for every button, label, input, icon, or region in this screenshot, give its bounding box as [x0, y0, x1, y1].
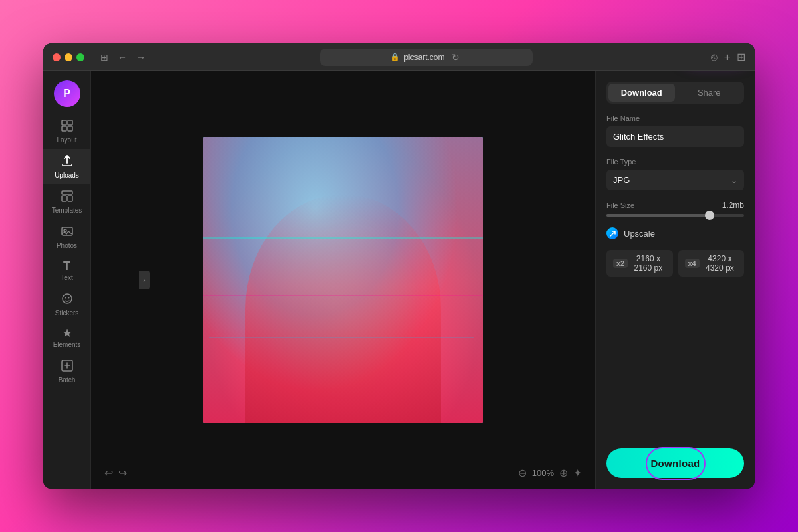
file-name-input[interactable]: [606, 126, 744, 147]
panel-tabs: Download Share: [606, 82, 744, 104]
svg-rect-3: [68, 126, 72, 131]
canvas-area: › ↩ ↪: [91, 71, 595, 489]
right-panel: ⬇ Export Download Share File Name File T…: [595, 71, 755, 489]
slider-thumb[interactable]: [705, 211, 714, 220]
file-size-value: 1.2mb: [722, 201, 744, 210]
zoom-out-button[interactable]: ⊖: [518, 467, 527, 479]
back-button[interactable]: ←: [115, 51, 130, 64]
svg-rect-5: [62, 196, 66, 201]
browser-controls: ⊞ ← →: [98, 51, 148, 64]
minimize-button[interactable]: [65, 53, 72, 61]
sidebar-item-text[interactable]: T Text: [43, 255, 90, 287]
batch-icon: [61, 359, 74, 374]
lock-icon: 🔒: [390, 53, 400, 61]
browser-chrome: ⊞ ← → 🔒 picsart.com ↻ ⎋ + ⊞: [43, 43, 755, 71]
sidebar-item-elements[interactable]: ★ Elements: [43, 322, 90, 354]
svg-rect-0: [62, 120, 66, 125]
person-silhouette: [245, 194, 441, 423]
tab-download[interactable]: Download: [608, 84, 675, 102]
url-text: picsart.com: [404, 53, 444, 62]
sidebar-item-stickers[interactable]: Stickers: [43, 287, 90, 322]
slider-fill: [606, 214, 710, 217]
sidebar-item-photos[interactable]: Photos: [43, 219, 90, 255]
sidebar-toggle-button[interactable]: ⊞: [98, 51, 111, 64]
svg-rect-6: [68, 196, 72, 201]
browser-window: ⊞ ← → 🔒 picsart.com ↻ ⎋ + ⊞ P: [43, 43, 755, 489]
upscale-x2-button[interactable]: x2 2160 x 2160 px: [606, 250, 673, 277]
layout-label: Layout: [57, 136, 76, 144]
svg-point-8: [64, 229, 66, 232]
logo-button[interactable]: P: [54, 80, 80, 107]
magic-wand-button[interactable]: ✦: [573, 467, 582, 479]
forward-button[interactable]: →: [134, 51, 148, 64]
tab-share[interactable]: Share: [676, 84, 743, 102]
grid-button[interactable]: ⊞: [737, 51, 745, 63]
svg-rect-7: [62, 227, 72, 235]
app-layout: P Layout: [43, 71, 755, 489]
history-buttons: ↩ ↪: [104, 467, 127, 479]
canvas-bottom-bar: ↩ ↪ ⊖ 100% ⊕ ✦: [91, 467, 595, 479]
sidebar-item-layout[interactable]: Layout: [43, 114, 90, 149]
layout-icon: [61, 119, 74, 134]
photos-icon: [61, 225, 74, 240]
zoom-controls: ⊖ 100% ⊕ ✦: [518, 467, 582, 479]
svg-point-11: [68, 297, 69, 299]
file-name-group: File Name: [606, 114, 744, 147]
zoom-level: 100%: [532, 468, 554, 478]
sidebar-item-templates[interactable]: Templates: [43, 184, 90, 219]
stickers-icon: [61, 292, 74, 307]
svg-point-9: [63, 294, 72, 303]
traffic-lights: [53, 53, 84, 61]
file-type-select[interactable]: JPG PNG PDF SVG: [606, 170, 744, 190]
maximize-button[interactable]: [76, 53, 84, 61]
text-icon: T: [63, 260, 70, 272]
file-type-select-wrapper: JPG PNG PDF SVG ⌄: [606, 170, 744, 190]
elements-label: Elements: [53, 341, 81, 348]
collapse-toggle[interactable]: ›: [139, 271, 150, 289]
spacer: [606, 287, 744, 438]
stickers-label: Stickers: [55, 309, 79, 317]
templates-icon: [61, 190, 74, 205]
file-size-label: File Size: [606, 201, 634, 209]
x4-dims: 4320 x 4320 px: [702, 254, 737, 273]
share-button[interactable]: ⎋: [711, 51, 718, 63]
redo-button[interactable]: ↪: [118, 467, 127, 479]
zoom-in-button[interactable]: ⊕: [559, 467, 568, 479]
sidebar-item-uploads[interactable]: Uploads: [43, 149, 90, 184]
text-label: Text: [61, 274, 72, 281]
address-bar[interactable]: 🔒 picsart.com ↻: [320, 49, 533, 66]
refresh-icon: ↻: [449, 51, 462, 64]
upscale-icon: [606, 227, 618, 239]
upscale-x4-button[interactable]: x4 4320 x 4320 px: [678, 250, 745, 277]
sidebar-item-batch[interactable]: Batch: [43, 354, 90, 389]
uploads-label: Uploads: [55, 172, 79, 179]
svg-rect-1: [68, 120, 72, 125]
close-button[interactable]: [53, 53, 61, 61]
upscale-label: Upscale: [624, 229, 655, 239]
file-size-row: File Size 1.2mb: [606, 201, 744, 217]
x2-dims: 2160 x 2160 px: [630, 254, 666, 273]
batch-label: Batch: [59, 376, 76, 384]
download-btn-wrapper: Download: [606, 448, 744, 478]
elements-icon: ★: [62, 327, 72, 339]
x2-badge: x2: [613, 259, 628, 268]
upscale-row: Upscale: [606, 227, 744, 239]
logo-letter: P: [63, 88, 70, 100]
file-type-label: File Type: [606, 158, 744, 166]
upscale-options: x2 2160 x 2160 px x4 4320 x 4320 px: [606, 250, 744, 277]
file-type-group: File Type JPG PNG PDF SVG ⌄: [606, 158, 744, 190]
file-name-label: File Name: [606, 114, 744, 122]
x4-badge: x4: [685, 259, 700, 268]
svg-rect-4: [62, 191, 72, 194]
photos-label: Photos: [57, 242, 77, 249]
new-tab-button[interactable]: +: [724, 51, 730, 63]
undo-button[interactable]: ↩: [104, 467, 113, 479]
svg-point-10: [65, 297, 66, 299]
download-button[interactable]: Download: [606, 448, 744, 478]
sidebar: P Layout: [43, 71, 91, 489]
file-size-slider-track[interactable]: [606, 214, 744, 217]
svg-rect-2: [62, 126, 66, 131]
uploads-icon: [61, 154, 74, 170]
templates-label: Templates: [52, 207, 82, 214]
browser-actions: ⎋ + ⊞: [711, 51, 745, 63]
